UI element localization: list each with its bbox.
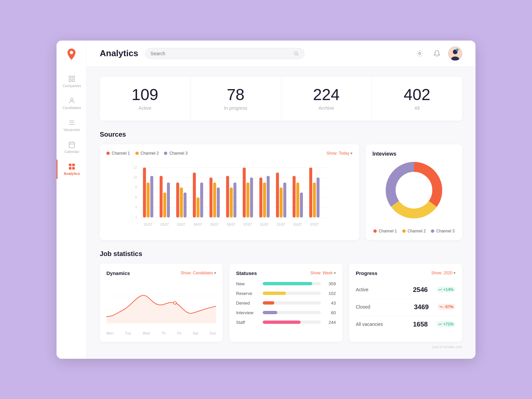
progress-active: Active 2546 +14%: [356, 281, 456, 299]
legend-channel2: Channel 2: [135, 151, 159, 156]
svg-text:10: 10: [133, 176, 137, 179]
status-staff: Staff 244: [236, 320, 336, 325]
progress-filter[interactable]: Show: 2020 ▾: [431, 271, 456, 275]
dynamics-filter[interactable]: Show: Candidates ▾: [181, 271, 216, 275]
svg-point-84: [396, 172, 432, 208]
svg-point-0: [70, 51, 73, 54]
svg-point-19: [419, 53, 421, 55]
status-reserve: Reserve 102: [236, 291, 336, 296]
notifications-button[interactable]: [431, 48, 443, 60]
progress-closed: Closed 3469 -57%: [356, 299, 456, 316]
svg-rect-9: [69, 142, 75, 148]
svg-rect-61: [280, 188, 283, 217]
sidebar-item-candidates[interactable]: Candidates: [57, 94, 86, 113]
main-content: Analytics: [86, 41, 475, 359]
stat-all: 402 All: [372, 77, 462, 121]
donut-container: Channel 1 Channel 2 Channel 3: [372, 157, 456, 233]
svg-rect-58: [263, 183, 266, 217]
stat-archive-number: 224: [288, 87, 365, 103]
status-bar-interview: [263, 311, 277, 314]
search-input[interactable]: [151, 51, 291, 56]
svg-rect-67: [313, 183, 316, 217]
svg-text:4: 4: [135, 205, 137, 209]
donut-dot-ch2: [402, 229, 406, 233]
svg-rect-53: [233, 183, 236, 217]
bar-chart-filter[interactable]: Show: Today ▾: [327, 151, 352, 156]
trend-down-icon: [439, 305, 443, 309]
status-bar-new-container: [263, 282, 321, 285]
svg-text:07/07: 07/07: [243, 223, 252, 226]
donut-legend-ch1: Channel 1: [373, 229, 397, 233]
status-bar-reserve: [263, 292, 286, 295]
progress-active-badge: +14%: [436, 287, 456, 293]
svg-rect-66: [309, 168, 312, 217]
status-bar-staff-container: [263, 321, 321, 324]
svg-rect-51: [226, 176, 229, 217]
svg-rect-1: [69, 76, 71, 78]
donut-dot-ch3: [431, 229, 434, 233]
charts-row: Channel 1 Channel 2 Channel 3: [100, 144, 462, 240]
sidebar: Companies Candidates Vacancies: [57, 41, 86, 359]
stat-all-label: All: [378, 105, 456, 111]
sidebar-item-vacancies[interactable]: Vacancies: [57, 116, 86, 135]
stat-archive-label: Archive: [288, 105, 365, 111]
svg-rect-56: [250, 178, 253, 217]
svg-rect-44: [184, 193, 187, 217]
stat-active-number: 109: [106, 87, 184, 103]
legend-channel1: Channel 1: [106, 151, 130, 156]
stat-in-progress: 78 In progress: [191, 77, 281, 121]
donut-title: Inteviews: [372, 151, 456, 157]
bar-chart-card: Channel 1 Channel 2 Channel 3: [100, 144, 359, 240]
progress-header: Progress Show: 2020 ▾: [356, 270, 456, 276]
header: Analytics: [86, 41, 475, 67]
svg-rect-42: [176, 183, 179, 217]
dynamics-card: Dynamics Show: Candidates ▾: [100, 264, 223, 342]
svg-rect-49: [213, 183, 216, 217]
sidebar-item-calendar[interactable]: Calendar: [57, 138, 86, 157]
status-bar-denied-container: [263, 301, 321, 305]
svg-rect-65: [300, 193, 303, 217]
status-bar-new: [263, 282, 312, 285]
stat-inprogress-number: 78: [197, 87, 274, 103]
status-bar-denied: [263, 301, 274, 305]
settings-button[interactable]: [414, 48, 426, 60]
stats-row: 109 Active 78 In progress 224 Archive 40…: [100, 77, 462, 121]
svg-rect-16: [72, 167, 74, 169]
sidebar-item-companies[interactable]: Companies: [57, 72, 86, 91]
trend-up-icon2: [438, 322, 442, 326]
donut-legend-ch2: Channel 2: [402, 229, 426, 233]
svg-rect-63: [293, 176, 296, 217]
svg-rect-55: [246, 183, 249, 217]
logo[interactable]: [65, 47, 78, 69]
status-bar-interview-container: [263, 311, 321, 314]
progress-card: Progress Show: 2020 ▾ Active 2546: [349, 264, 462, 342]
avatar-image: [448, 47, 462, 61]
svg-text:02/07: 02/07: [160, 223, 169, 226]
sidebar-item-analytics[interactable]: Analytics: [57, 160, 86, 179]
statuses-title: Statuses: [236, 270, 257, 276]
svg-rect-47: [200, 183, 203, 217]
statuses-card: Statuses Show: Week ▾ New 359: [229, 264, 342, 342]
bar-chart-header: Channel 1 Channel 2 Channel 3: [106, 151, 352, 156]
search-icon: [294, 51, 299, 56]
svg-rect-54: [243, 168, 246, 217]
legend-dot-channel3: [164, 152, 167, 155]
progress-closed-badge: -57%: [437, 304, 456, 310]
svg-rect-38: [150, 176, 153, 217]
svg-rect-50: [217, 188, 220, 217]
donut-legend: Channel 1 Channel 2 Channel 3: [373, 229, 455, 233]
content-area: 109 Active 78 In progress 224 Archive 40…: [86, 67, 475, 359]
page-title: Analytics: [100, 48, 138, 59]
status-interview: Interview 60: [236, 310, 336, 315]
svg-rect-46: [197, 198, 200, 217]
svg-text:05/07: 05/07: [210, 223, 218, 226]
statuses-filter[interactable]: Show: Week ▾: [310, 271, 336, 275]
donut-svg: [381, 157, 447, 223]
search-bar[interactable]: [145, 48, 305, 59]
dynamics-title: Dynamics: [106, 270, 130, 276]
header-actions: [414, 47, 462, 61]
svg-rect-36: [143, 168, 146, 217]
user-avatar[interactable]: [448, 47, 462, 61]
stat-all-number: 402: [378, 87, 456, 103]
svg-text:01/07: 01/07: [277, 223, 285, 226]
